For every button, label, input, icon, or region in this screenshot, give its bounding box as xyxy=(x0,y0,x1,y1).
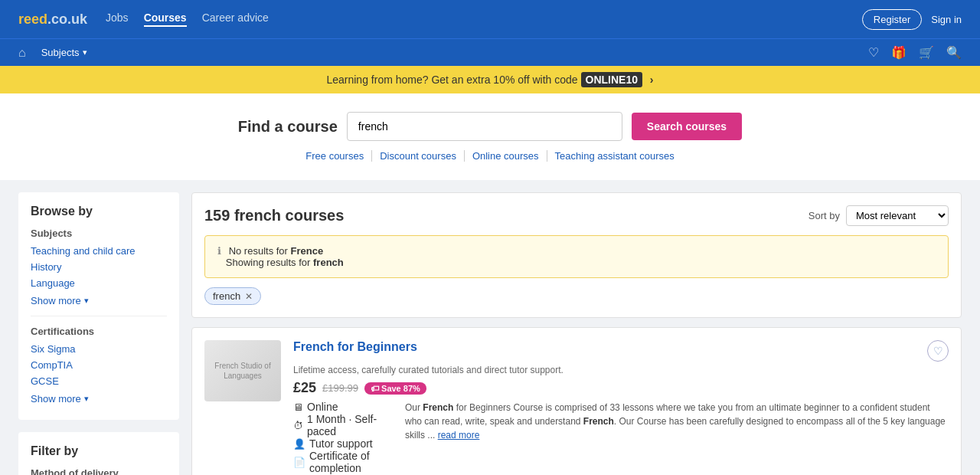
browse-card: Browse by Subjects Teaching and child ca… xyxy=(18,192,179,420)
results-top: 159 french courses Sort by Most relevant… xyxy=(204,205,949,226)
certificate-label: Certificate of completion xyxy=(309,450,393,474)
show-more-subjects-label: Show more xyxy=(31,295,81,306)
promo-code: ONLINE10 xyxy=(581,72,642,87)
show-more-subjects[interactable]: Show more ▾ xyxy=(31,295,89,306)
nav-links: Jobs Courses Career advice xyxy=(106,11,269,27)
certifications-section-title: Certifications xyxy=(31,326,167,337)
search-link-teaching[interactable]: Teaching assistant courses xyxy=(547,150,682,162)
course-info: French for Beginners ♡ Lifetime access, … xyxy=(293,340,949,475)
duration-label: 1 Month · Self-paced xyxy=(307,413,393,437)
results-header: 159 french courses Sort by Most relevant… xyxy=(191,192,962,318)
cert-sixsigma[interactable]: Six Sigma xyxy=(31,343,167,355)
gift-icon[interactable]: 🎁 xyxy=(891,45,906,60)
top-nav-right: Register Sign in xyxy=(862,9,962,30)
show-more-certifications[interactable]: Show more ▾ xyxy=(31,393,89,405)
showing-text: Showing results for xyxy=(226,257,313,268)
desc-bold-1: French xyxy=(423,402,453,413)
nav-jobs[interactable]: Jobs xyxy=(106,11,129,27)
subjects-label: Subjects xyxy=(41,47,80,58)
results-area: 159 french courses Sort by Most relevant… xyxy=(191,192,962,475)
filter-subtitle: Method of delivery xyxy=(31,467,167,475)
price-row: £25 £199.99 🏷 Save 87% xyxy=(293,380,949,396)
chevron-down-icon: ▾ xyxy=(84,296,89,306)
monitor-icon: 🖥 xyxy=(293,401,303,413)
course-title[interactable]: French for Beginners xyxy=(293,340,417,354)
sidebar: Browse by Subjects Teaching and child ca… xyxy=(18,192,179,475)
sort-label: Sort by xyxy=(808,210,840,221)
read-more-link[interactable]: read more xyxy=(438,430,480,441)
certificate-icon: 📄 xyxy=(293,457,305,468)
promo-arrow: › xyxy=(650,74,654,86)
course-thumb-image: French Studio of Languages xyxy=(204,340,281,401)
subjects-section: Subjects Teaching and child care History… xyxy=(31,228,167,306)
subjects-dropdown[interactable]: Subjects ▾ xyxy=(41,47,87,58)
info-icon: ℹ xyxy=(217,245,221,257)
signin-button[interactable]: Sign in xyxy=(931,14,962,25)
meta-delivery: 🖥 Online xyxy=(293,401,393,413)
wishlist-button[interactable]: ♡ xyxy=(927,340,949,362)
sub-nav: ⌂ Subjects ▾ ♡ 🎁 🛒 🔍 xyxy=(0,38,980,66)
meta-certificate: 📄 Certificate of completion xyxy=(293,450,393,474)
person-icon: 👤 xyxy=(293,438,305,450)
subject-teaching[interactable]: Teaching and child care xyxy=(31,245,167,257)
price-original: £199.99 xyxy=(322,382,358,394)
browse-title: Browse by xyxy=(31,205,167,218)
no-results-text: No results for xyxy=(229,245,291,257)
subject-history[interactable]: History xyxy=(31,261,167,273)
sidebar-divider xyxy=(31,316,167,316)
search-link-discount[interactable]: Discount courses xyxy=(372,150,465,162)
register-button[interactable]: Register xyxy=(862,9,922,30)
nav-career[interactable]: Career advice xyxy=(202,11,269,27)
course-meta: 🖥 Online ⏱ 1 Month · Self-paced 👤 Tutor … xyxy=(293,401,393,474)
save-badge: 🏷 Save 87% xyxy=(364,382,426,395)
promo-text: Learning from home? Get an extra 10% off… xyxy=(326,74,580,86)
heart-icon[interactable]: ♡ xyxy=(868,45,879,60)
results-count: 159 french courses xyxy=(204,207,344,224)
search-label: Find a course xyxy=(238,118,338,136)
meta-support: 👤 Tutor support xyxy=(293,437,393,450)
clock-icon: ⏱ xyxy=(293,420,303,431)
filter-tag-remove[interactable]: ✕ xyxy=(245,291,253,302)
search-link-online[interactable]: Online courses xyxy=(465,150,547,162)
filter-tag-french: french ✕ xyxy=(204,287,261,305)
desc-text: Our French for Beginners Course is compr… xyxy=(405,402,946,441)
basket-icon[interactable]: 🛒 xyxy=(919,45,934,60)
course-thumbnail: French Studio of Languages xyxy=(204,340,281,401)
home-icon[interactable]: ⌂ xyxy=(18,46,26,60)
filter-tag-label: french xyxy=(213,290,240,302)
search-icon[interactable]: 🔍 xyxy=(946,45,962,60)
promo-banner[interactable]: Learning from home? Get an extra 10% off… xyxy=(0,66,980,93)
sort-select[interactable]: Most relevant Price low to high Price hi… xyxy=(846,205,949,226)
nav-courses[interactable]: Courses xyxy=(144,11,187,27)
filter-card: Filter by Method of delivery xyxy=(18,432,179,475)
no-results-term: Frence xyxy=(291,245,324,257)
save-label: Save 87% xyxy=(381,384,420,393)
chevron-down-icon: ▾ xyxy=(83,48,87,57)
sub-nav-icons: ♡ 🎁 🛒 🔍 xyxy=(868,45,962,60)
top-nav: reed.co.uk Jobs Courses Career advice Re… xyxy=(0,0,980,38)
delivery-label: Online xyxy=(307,401,338,413)
cert-comptia[interactable]: CompTIA xyxy=(31,359,167,371)
site-logo[interactable]: reed.co.uk xyxy=(18,11,87,28)
support-label: Tutor support xyxy=(309,437,373,450)
course-description: Our French for Beginners Course is compr… xyxy=(405,401,949,474)
chevron-down-icon: ▾ xyxy=(84,394,89,404)
search-button[interactable]: Search courses xyxy=(632,113,742,140)
desc-bold-2: French xyxy=(583,416,614,427)
price-current: £25 xyxy=(293,380,316,396)
certifications-section: Certifications Six Sigma CompTIA GCSE Sh… xyxy=(31,326,167,405)
cert-gcse[interactable]: GCSE xyxy=(31,375,167,387)
search-row: Find a course Search courses xyxy=(238,112,742,141)
thumb-label: French Studio of Languages xyxy=(207,361,278,381)
meta-duration: ⏱ 1 Month · Self-paced xyxy=(293,413,393,437)
search-quick-links: Free courses Discount courses Online cou… xyxy=(298,150,681,162)
subjects-section-title: Subjects xyxy=(31,228,167,239)
search-input[interactable] xyxy=(347,112,622,141)
filter-title: Filter by xyxy=(31,444,167,458)
course-short-desc: Lifetime access, carefully curated tutor… xyxy=(293,365,949,375)
course-header: French for Beginners ♡ xyxy=(293,340,949,362)
no-results-box: ℹ No results for Frence Showing results … xyxy=(204,235,949,278)
search-link-free[interactable]: Free courses xyxy=(298,150,372,162)
subject-language[interactable]: Language xyxy=(31,277,167,289)
filter-tags: french ✕ xyxy=(204,287,949,305)
